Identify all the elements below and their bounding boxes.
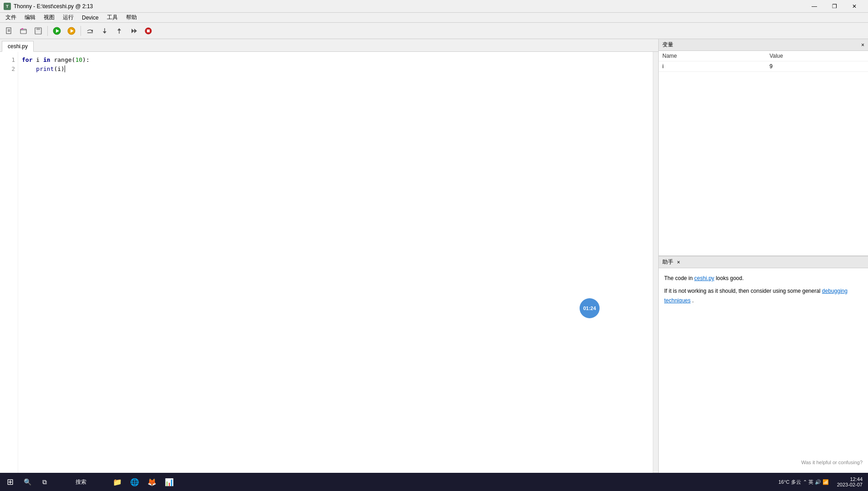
variables-panel: 变量 × Name Value i 9 bbox=[659, 39, 868, 256]
helper-content: The code in ceshi.py looks good. If it i… bbox=[659, 268, 868, 473]
helper-close-btn[interactable]: × bbox=[677, 259, 680, 266]
helper-panel: 助手 × The code in ceshi.py looks good. If… bbox=[659, 256, 868, 473]
line-num-2: 2 bbox=[4, 65, 15, 74]
explorer-icon: 📁 bbox=[113, 478, 122, 486]
task-view-icon: ⧉ bbox=[42, 478, 47, 486]
helper-text-after: looks good. bbox=[716, 275, 743, 281]
helper-text-line2: If it is not working as it should, then … bbox=[664, 286, 863, 306]
menu-device[interactable]: Device bbox=[78, 14, 102, 22]
svg-marker-17 bbox=[117, 28, 121, 30]
resume-icon bbox=[130, 27, 137, 35]
helper-subtext: If it is not working as it should, then … bbox=[664, 288, 822, 294]
menu-edit[interactable]: 编辑 bbox=[21, 13, 39, 22]
menu-file[interactable]: 文件 bbox=[2, 13, 20, 22]
resume-button[interactable] bbox=[127, 25, 140, 37]
menu-help[interactable]: 帮助 bbox=[122, 13, 141, 22]
code-line-1: for i in range(10): bbox=[22, 55, 649, 65]
stop-button[interactable] bbox=[142, 25, 155, 37]
timer-badge[interactable]: 01:24 bbox=[580, 298, 600, 318]
debug-button[interactable] bbox=[65, 25, 78, 37]
helper-text-before: The code in bbox=[664, 275, 694, 281]
code-content[interactable]: for i in range(10): print(i) bbox=[18, 52, 653, 473]
editor-scrollbar[interactable] bbox=[653, 52, 658, 473]
var-name-i: i bbox=[659, 61, 766, 72]
svg-marker-15 bbox=[103, 31, 106, 34]
windows-icon: ⊞ bbox=[7, 477, 14, 487]
menu-view[interactable]: 视图 bbox=[40, 13, 58, 22]
svg-marker-18 bbox=[131, 29, 134, 33]
step-over-icon bbox=[86, 27, 94, 35]
line-num-1: 1 bbox=[4, 55, 15, 65]
window-controls: — ❐ ✕ bbox=[804, 0, 864, 13]
taskbar: ⊞ 🔍 ⧉ 搜索 📁 🌐 🦊 📊 16°C 多云 ⌃ 英 🔊 📶 12:44 2… bbox=[0, 473, 868, 491]
new-file-button[interactable] bbox=[3, 25, 15, 37]
menu-tools[interactable]: 工具 bbox=[103, 13, 121, 22]
editor-tab-ceshi[interactable]: ceshi.py bbox=[2, 41, 34, 52]
col-value-header: Value bbox=[766, 51, 868, 61]
svg-marker-19 bbox=[134, 29, 137, 33]
variables-table: Name Value i 9 bbox=[659, 51, 868, 256]
code-editor[interactable]: 1 2 for i in range(10): print(i) bbox=[0, 52, 658, 473]
svg-rect-7 bbox=[36, 31, 40, 34]
taskbar-explorer[interactable]: 📁 bbox=[109, 474, 126, 490]
toolbar-separator-1 bbox=[47, 26, 48, 36]
clock-time: 12:44 bbox=[837, 476, 863, 482]
var-value-i: 9 bbox=[766, 61, 868, 72]
search-icon: 🔍 bbox=[24, 478, 31, 486]
chrome-icon: 🌐 bbox=[130, 478, 139, 486]
svg-rect-6 bbox=[36, 28, 40, 30]
col-name-header: Name bbox=[659, 51, 766, 61]
code-line-2: print(i) bbox=[22, 65, 649, 74]
app-icon: T bbox=[4, 3, 11, 10]
maximize-button[interactable]: ❐ bbox=[824, 0, 844, 13]
toolbar bbox=[0, 23, 868, 39]
weather-temp: 16°C 多云 bbox=[778, 479, 801, 486]
taskbar-chrome[interactable]: 🌐 bbox=[126, 474, 143, 490]
search-bar-label: 搜索 bbox=[76, 478, 86, 486]
helper-feedback-link[interactable]: Was it helpful or confusing? bbox=[801, 458, 863, 467]
minimize-button[interactable]: — bbox=[804, 0, 824, 13]
step-out-button[interactable] bbox=[113, 25, 126, 37]
variables-title: 变量 bbox=[662, 41, 673, 49]
app5-icon: 📊 bbox=[165, 478, 174, 486]
variables-table-header: Name Value bbox=[659, 51, 868, 61]
stop-icon bbox=[145, 27, 152, 35]
menu-run[interactable]: 运行 bbox=[59, 13, 77, 22]
taskbar-search[interactable]: 🔍 bbox=[19, 474, 35, 490]
right-panel: 变量 × Name Value i 9 bbox=[659, 39, 868, 473]
helper-header: 助手 × bbox=[659, 256, 868, 268]
helper-title: 助手 bbox=[662, 258, 673, 266]
variables-header: 变量 × bbox=[659, 39, 868, 51]
open-file-button[interactable] bbox=[17, 25, 30, 37]
step-into-button[interactable] bbox=[98, 25, 111, 37]
system-tray: 16°C 多云 ⌃ 英 🔊 📶 bbox=[778, 479, 833, 486]
svg-rect-21 bbox=[147, 30, 150, 32]
helper-file-link[interactable]: ceshi.py bbox=[694, 275, 714, 281]
taskbar-app5[interactable]: 📊 bbox=[161, 474, 177, 490]
variables-close-btn[interactable]: × bbox=[861, 42, 864, 48]
edge-icon: 🦊 bbox=[147, 478, 156, 486]
start-button[interactable]: ⊞ bbox=[2, 474, 18, 490]
save-file-button[interactable] bbox=[32, 25, 45, 37]
helper-text-line1: The code in ceshi.py looks good. bbox=[664, 274, 863, 284]
open-icon bbox=[20, 27, 27, 35]
run-button[interactable] bbox=[50, 25, 63, 37]
new-icon bbox=[5, 27, 13, 35]
step-into-icon bbox=[101, 27, 108, 35]
menu-bar: 文件 编辑 视图 运行 Device 工具 帮助 bbox=[0, 13, 868, 23]
debug-icon bbox=[67, 27, 76, 35]
clock-date: 2023-02-07 bbox=[837, 482, 863, 487]
editor-area: ceshi.py 1 2 for i in range(10): print(i… bbox=[0, 39, 659, 473]
window-title: Thonny - E:\test\ceshi.py @ 2:13 bbox=[14, 3, 93, 10]
table-row: i 9 bbox=[659, 61, 868, 72]
variables-data-table: Name Value i 9 bbox=[659, 51, 868, 72]
taskbar-edge[interactable]: 🦊 bbox=[144, 474, 160, 490]
clock[interactable]: 12:44 2023-02-07 bbox=[833, 476, 866, 487]
taskbar-search-bar[interactable]: 搜索 bbox=[54, 474, 108, 490]
main-layout: ceshi.py 1 2 for i in range(10): print(i… bbox=[0, 39, 868, 473]
step-over-button[interactable] bbox=[84, 25, 96, 37]
taskbar-task-view[interactable]: ⧉ bbox=[36, 474, 53, 490]
close-button[interactable]: ✕ bbox=[844, 0, 864, 13]
toolbar-separator-2 bbox=[81, 26, 81, 36]
line-numbers: 1 2 bbox=[0, 52, 18, 473]
